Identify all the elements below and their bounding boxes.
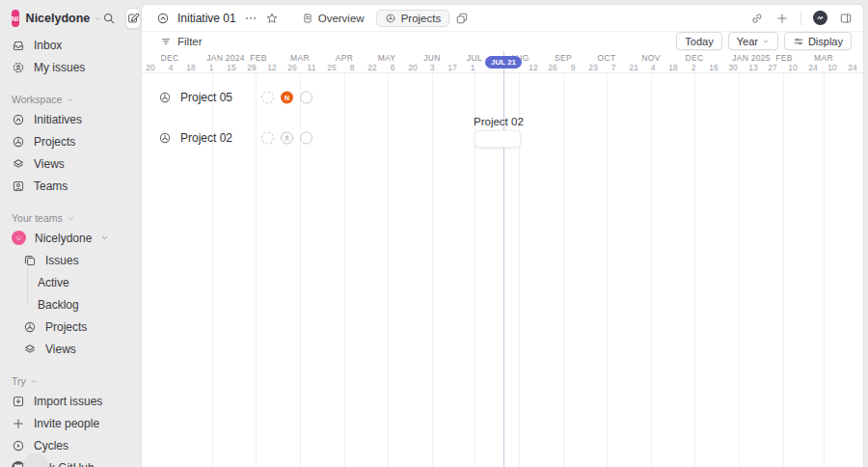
range-select[interactable]: Year bbox=[728, 32, 778, 50]
assignee-avatar-icon[interactable] bbox=[281, 132, 293, 145]
display-button[interactable]: Display bbox=[784, 32, 852, 50]
timeline-gridline bbox=[388, 72, 389, 467]
sidebar-item-label: Projects bbox=[34, 135, 75, 149]
sidebar-item-label: Views bbox=[45, 343, 76, 356]
target-date-placeholder-icon[interactable] bbox=[261, 92, 274, 104]
views-icon bbox=[23, 343, 37, 356]
initiative-icon bbox=[12, 113, 25, 126]
inbox-icon bbox=[12, 39, 25, 52]
timeline-date-tick: 3 bbox=[430, 63, 435, 72]
timeline-gridline bbox=[651, 72, 652, 467]
timeline-month-label: OCT bbox=[598, 53, 616, 63]
timeline-date-tick: 1 bbox=[471, 63, 475, 72]
sidebar-section-items: InitiativesProjectsViewsTeams bbox=[0, 108, 141, 197]
more-options-icon[interactable] bbox=[244, 12, 258, 25]
project-bar[interactable] bbox=[475, 130, 521, 148]
sidebar-item-teams[interactable]: Teams bbox=[0, 175, 141, 197]
copy-link-icon[interactable] bbox=[750, 12, 764, 25]
sidebar-item-import-issues[interactable]: Import issues bbox=[0, 390, 141, 412]
workspace-switcher[interactable]: NI Nicelydone bbox=[0, 0, 141, 34]
timeline-date-tick: 13 bbox=[748, 63, 757, 72]
sidebar-item-inbox[interactable]: Inbox bbox=[0, 34, 141, 56]
pulse-icon bbox=[815, 13, 826, 23]
sidebar-item-nicelydone[interactable]: Nicelydone bbox=[0, 227, 141, 249]
filter-icon bbox=[160, 36, 172, 47]
sidebar-item-label: Teams bbox=[34, 179, 68, 193]
initiative-icon bbox=[156, 12, 170, 25]
tree-line bbox=[27, 267, 28, 306]
project-icon bbox=[385, 13, 396, 24]
today-label: Today bbox=[685, 36, 713, 47]
sidebar-item-initiatives[interactable]: Initiatives bbox=[0, 108, 141, 130]
my-issues-icon bbox=[12, 61, 25, 74]
status-circle-icon[interactable] bbox=[300, 132, 312, 145]
timeline-date-tick: 7 bbox=[611, 63, 616, 72]
sidebar: NI Nicelydone InboxMy issues WorkspaceIn… bbox=[0, 0, 141, 467]
timeline-project-row[interactable]: Project 02 bbox=[158, 131, 232, 145]
sidebar-item-my-issues[interactable]: My issues bbox=[0, 56, 141, 78]
tab-overview[interactable]: Overview bbox=[293, 10, 373, 27]
search-icon[interactable] bbox=[102, 12, 116, 25]
sidebar-section-title: Workspace bbox=[12, 94, 62, 105]
timeline-month-label: FEB bbox=[250, 53, 266, 63]
add-icon[interactable] bbox=[775, 12, 789, 25]
timeline-date-tick: 4 bbox=[651, 63, 656, 72]
range-label: Year bbox=[737, 36, 758, 47]
sidebar-item-active[interactable]: Active bbox=[0, 271, 141, 293]
sidebar-item-projects[interactable]: Projects bbox=[0, 316, 141, 338]
sidebar-item-label: Inbox bbox=[34, 39, 62, 52]
target-date-placeholder-icon[interactable] bbox=[261, 132, 274, 145]
cycles-icon bbox=[12, 439, 25, 453]
status-circle-icon[interactable] bbox=[300, 92, 312, 104]
sidebar-item-views[interactable]: Views bbox=[0, 338, 141, 360]
import-icon bbox=[12, 395, 25, 408]
sidebar-item-issues[interactable]: Issues bbox=[0, 249, 141, 271]
timeline-month-label: NOV bbox=[641, 53, 660, 63]
tab-projects[interactable]: Projects bbox=[376, 10, 450, 27]
sidebar-section-header-workspace[interactable]: Workspace bbox=[0, 91, 141, 108]
timeline-date-tick: 23 bbox=[588, 63, 597, 72]
timeline-date-tick: 30 bbox=[728, 63, 737, 72]
sidebar-item-invite-people[interactable]: Invite people bbox=[0, 412, 141, 434]
activity-avatar[interactable] bbox=[813, 11, 827, 25]
assignee-avatar[interactable]: N bbox=[281, 92, 293, 104]
plus-icon bbox=[12, 417, 25, 430]
views-icon bbox=[12, 157, 25, 171]
sidebar-item-link-github[interactable]: Link GitHub bbox=[0, 456, 141, 467]
timeline-project-row[interactable]: Project 05 bbox=[158, 91, 232, 104]
sidebar-item-projects[interactable]: Projects bbox=[0, 130, 141, 152]
timeline-date-tick: 10 bbox=[788, 63, 797, 72]
sidebar-item-cycles[interactable]: Cycles bbox=[0, 434, 141, 456]
timeline-month-label: SEP bbox=[555, 53, 572, 63]
timeline-month-label: JAN 2024 bbox=[206, 53, 245, 63]
side-panel-toggle-icon[interactable] bbox=[839, 12, 853, 25]
sidebar-section-items: Import issuesInvite peopleCyclesLink Git… bbox=[0, 390, 141, 467]
sidebar-item-label: Nicelydone bbox=[35, 232, 92, 245]
timeline-date-tick: 24 bbox=[808, 63, 817, 72]
timeline-date-tick: 2 bbox=[692, 63, 696, 72]
timeline-date-tick: 26 bbox=[548, 63, 556, 72]
today-button[interactable]: Today bbox=[676, 32, 721, 50]
divider bbox=[800, 11, 801, 25]
new-issue-button[interactable] bbox=[125, 8, 141, 29]
sidebar-section-title: Try bbox=[12, 375, 26, 387]
timeline-date-tick: 6 bbox=[391, 63, 395, 72]
timeline-date-tick: 24 bbox=[848, 63, 856, 72]
timeline-date-tick: 21 bbox=[629, 63, 637, 72]
today-marker[interactable]: JUL 21 bbox=[485, 56, 522, 69]
sidebar-item-backlog[interactable]: Backlog bbox=[0, 293, 141, 316]
sidebar-section-header-try[interactable]: Try bbox=[0, 372, 141, 390]
views-stack-icon[interactable] bbox=[455, 12, 469, 25]
timeline-gridline bbox=[256, 72, 257, 467]
workspace-logo[interactable]: NI bbox=[12, 10, 19, 27]
favorite-star-icon[interactable] bbox=[265, 12, 279, 25]
timeline-date-tick: 8 bbox=[350, 63, 355, 72]
timeline-gridline bbox=[344, 72, 345, 467]
sidebar-item-views[interactable]: Views bbox=[0, 152, 141, 175]
sidebar-sections: WorkspaceInitiativesProjectsViewsTeamsYo… bbox=[0, 91, 141, 467]
filter-button[interactable]: Filter bbox=[160, 36, 203, 47]
timeline-month-label: JAN 2025 bbox=[732, 53, 771, 63]
sidebar-section-workspace: WorkspaceInitiativesProjectsViewsTeams bbox=[0, 91, 141, 197]
sidebar-section-header-your-teams[interactable]: Your teams bbox=[0, 209, 141, 227]
timeline-date-tick: 25 bbox=[327, 63, 336, 72]
